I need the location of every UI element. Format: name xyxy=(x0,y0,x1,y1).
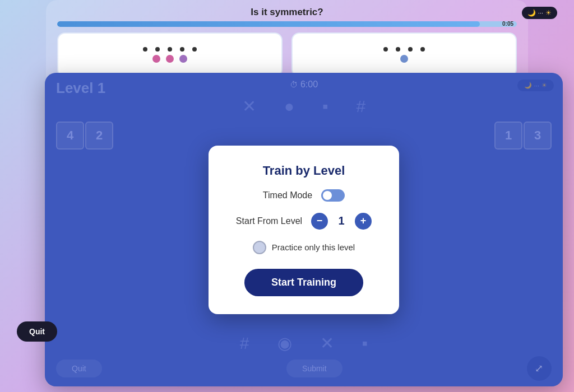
badge-dots: ··· xyxy=(538,10,543,16)
bg-dot xyxy=(192,47,197,52)
bg-colored-dot xyxy=(166,55,174,63)
bg-progress-fill xyxy=(57,21,480,27)
bg-dot xyxy=(180,47,184,52)
bg-dots-row-left xyxy=(143,47,197,52)
bg-cards-row xyxy=(57,32,517,77)
modal: Train by Level Timed Mode Start From Lev… xyxy=(209,146,399,314)
modal-title: Train by Level xyxy=(263,164,345,178)
bg-progress-bar: 0:05 xyxy=(57,21,517,27)
stepper-value: 1 xyxy=(335,214,348,227)
bg-dot xyxy=(155,47,160,52)
bg-question-title: Is it symmetric? xyxy=(57,7,517,18)
practice-only-label: Practice only this level xyxy=(272,242,355,252)
bg-colored-dots-left xyxy=(152,55,187,63)
bg-colored-dots-right xyxy=(400,55,408,63)
start-training-button[interactable]: Start Training xyxy=(244,269,363,296)
bg-dot xyxy=(143,47,147,52)
toggle-knob xyxy=(323,191,332,200)
modal-overlay: Train by Level Timed Mode Start From Lev… xyxy=(45,73,563,386)
sun-icon: ☀ xyxy=(545,9,552,17)
outer-quit-button[interactable]: Quit xyxy=(17,321,57,342)
bg-dots-row-right xyxy=(383,47,425,52)
moon-icon: 🌙 xyxy=(527,9,536,17)
timed-mode-row: Timed Mode xyxy=(235,189,372,202)
timed-mode-label: Timed Mode xyxy=(263,190,312,200)
top-dark-mode-badge: 🌙 ··· ☀ xyxy=(522,7,557,19)
bg-progress-time: 0:05 xyxy=(502,21,513,27)
bg-mini-card-right xyxy=(291,32,517,77)
bg-dot xyxy=(168,47,172,52)
bg-dot xyxy=(396,47,400,52)
bg-colored-dot xyxy=(179,55,187,63)
stepper-minus-button[interactable]: − xyxy=(311,213,328,230)
practice-only-checkbox[interactable] xyxy=(253,241,266,254)
bg-dot xyxy=(408,47,413,52)
start-from-level-row: Start From Level − 1 + xyxy=(235,213,372,230)
bg-colored-dot xyxy=(152,55,160,63)
practice-only-row: Practice only this level xyxy=(235,241,372,254)
bg-dot xyxy=(383,47,388,52)
stepper-plus-button[interactable]: + xyxy=(355,213,372,230)
tablet: Level 1 ⏱ 6:00 🌙 ··· ☀ ✕ ● ▪ # 4 2 1 3 xyxy=(45,73,563,386)
timed-mode-toggle[interactable] xyxy=(321,189,345,202)
bg-colored-dot xyxy=(400,55,408,63)
bg-dot xyxy=(420,47,425,52)
bg-mini-card-left xyxy=(57,32,283,77)
start-from-level-label: Start From Level xyxy=(236,216,302,226)
level-stepper: − 1 + xyxy=(311,213,372,230)
